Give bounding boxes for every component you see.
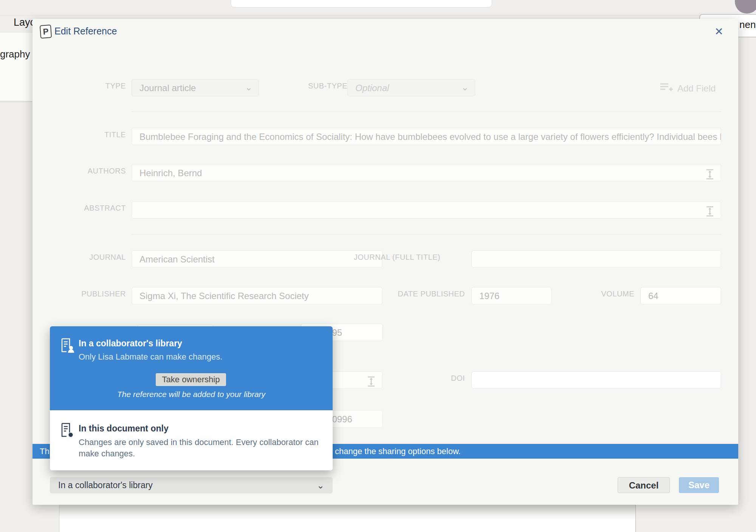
banner-text-left: Thi bbox=[40, 444, 51, 459]
option-subtitle: Only Lisa Labmate can make changes. bbox=[79, 352, 222, 362]
add-field-button[interactable]: Add Field bbox=[660, 82, 716, 95]
date-published-input[interactable]: 1976 bbox=[471, 287, 552, 304]
volume-value: 64 bbox=[648, 291, 658, 301]
subtype-select[interactable]: Optional ⌄ bbox=[347, 79, 475, 96]
authors-value: Heinrich, Bernd bbox=[139, 168, 202, 178]
title-value: Bumblebee Foraging and the Economics of … bbox=[139, 132, 721, 142]
title-input[interactable]: Bumblebee Foraging and the Economics of … bbox=[132, 128, 721, 145]
subtype-label: SUB-TYPE bbox=[272, 82, 347, 90]
document-page bbox=[59, 505, 636, 532]
save-button[interactable]: Save bbox=[679, 477, 719, 493]
volume-input[interactable]: 64 bbox=[640, 287, 721, 304]
left-sidebar-panel bbox=[0, 33, 35, 101]
journal-input[interactable]: American Scientist bbox=[132, 250, 383, 268]
type-label: TYPE bbox=[50, 82, 126, 90]
option-title: In this document only bbox=[79, 423, 169, 434]
date-published-label: DATE PUBLISHED bbox=[389, 290, 465, 298]
title-label: TITLE bbox=[50, 130, 126, 139]
resize-vertical-icon[interactable] bbox=[706, 168, 714, 178]
option-collaborator-library[interactable]: In a collaborator's library Only Lisa La… bbox=[50, 326, 333, 410]
option-body: Changes are only saved in this document.… bbox=[79, 437, 332, 459]
banner-text-right: change the sharing options below. bbox=[335, 444, 461, 459]
subtype-placeholder: Optional bbox=[355, 83, 389, 93]
chevron-down-icon: ⌄ bbox=[461, 79, 469, 95]
journal-full-title-input[interactable] bbox=[471, 250, 721, 268]
document-person-icon bbox=[60, 338, 75, 354]
resize-vertical-icon[interactable] bbox=[706, 205, 714, 216]
journal-full-title-label: JOURNAL (FULL TITLE) bbox=[350, 253, 440, 262]
sharing-options-select[interactable]: In a collaborator's library ⌄ bbox=[50, 477, 333, 493]
publisher-input[interactable]: Sigma Xi, The Scientific Research Societ… bbox=[132, 287, 383, 304]
option-title: In a collaborator's library bbox=[79, 338, 182, 349]
close-icon[interactable]: ✕ bbox=[711, 24, 727, 39]
ribbon-divider bbox=[0, 15, 756, 16]
resize-vertical-icon[interactable] bbox=[367, 375, 375, 386]
chevron-down-icon: ⌄ bbox=[245, 79, 253, 95]
dialog-title: Edit Reference bbox=[54, 26, 117, 37]
section-divider bbox=[132, 234, 721, 235]
date-published-value: 1976 bbox=[479, 291, 499, 301]
add-field-label: Add Field bbox=[677, 83, 716, 94]
sharing-options-value: In a collaborator's library bbox=[58, 480, 153, 490]
authors-label: AUTHORS bbox=[50, 167, 126, 175]
publisher-label: PUBLISHER bbox=[50, 290, 126, 298]
doi-input[interactable] bbox=[471, 371, 721, 389]
type-value: Journal article bbox=[139, 83, 196, 93]
type-select[interactable]: Journal article ⌄ bbox=[132, 79, 259, 96]
publisher-value: Sigma Xi, The Scientific Research Societ… bbox=[139, 291, 309, 301]
option-document-only[interactable]: In this document only Changes are only s… bbox=[50, 410, 333, 470]
sharing-options-popup: In a collaborator's library Only Lisa La… bbox=[50, 326, 333, 470]
toolbar-search-box[interactable] bbox=[231, 0, 492, 8]
section-divider bbox=[132, 112, 721, 112]
topright-button-label: nent bbox=[739, 19, 756, 31]
paperpile-logo-icon: P bbox=[40, 25, 52, 39]
volume-label: VOLUME bbox=[559, 290, 634, 298]
abstract-input[interactable] bbox=[132, 201, 721, 219]
option-note: The reference will be added to your libr… bbox=[50, 390, 333, 399]
journal-label: JOURNAL bbox=[50, 253, 126, 262]
cancel-button[interactable]: Cancel bbox=[618, 477, 670, 493]
playlist-add-icon bbox=[660, 82, 673, 95]
abstract-label: ABSTRACT bbox=[50, 204, 126, 212]
journal-value: American Scientist bbox=[139, 254, 215, 264]
doi-label: DOI bbox=[389, 374, 465, 383]
chevron-down-icon: ⌄ bbox=[317, 477, 324, 493]
authors-input[interactable]: Heinrich, Bernd bbox=[132, 164, 721, 181]
take-ownership-button[interactable]: Take ownership bbox=[156, 373, 226, 386]
sidebar-item-bibliography[interactable]: graphy bbox=[0, 48, 30, 60]
document-dot-icon bbox=[60, 422, 75, 439]
avatar[interactable] bbox=[735, 0, 756, 14]
